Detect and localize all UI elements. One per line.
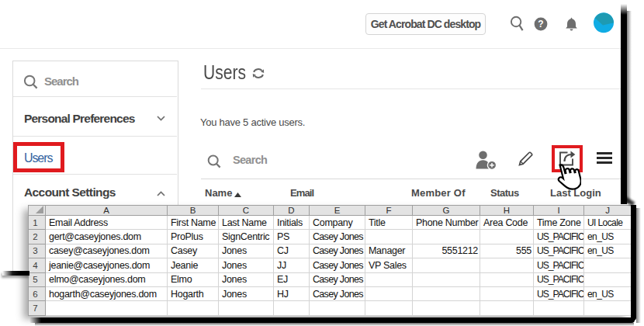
svg-text:?: ? <box>538 19 543 29</box>
